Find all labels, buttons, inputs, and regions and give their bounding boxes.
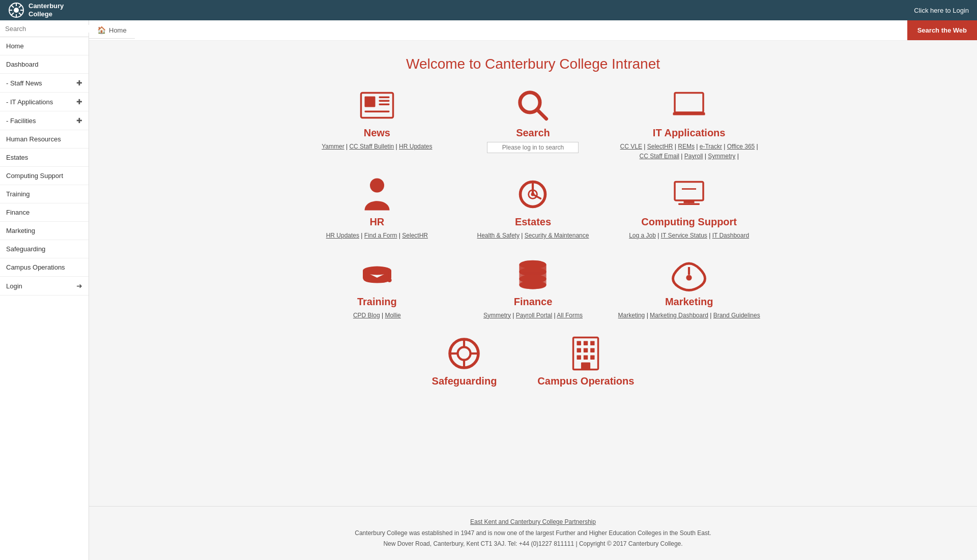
hr-link-find-form[interactable]: Find a Form — [364, 232, 397, 239]
plus-icon: ✚ — [76, 79, 82, 87]
sidebar-item-estates[interactable]: Estates — [0, 149, 89, 167]
plus-icon: ✚ — [76, 116, 82, 125]
plus-icon: ✚ — [76, 98, 82, 106]
news-link-hr-updates[interactable]: HR Updates — [399, 143, 432, 150]
finance-icon — [515, 256, 551, 292]
search-title: Search — [516, 127, 550, 139]
finance-link-forms[interactable]: All Forms — [557, 312, 583, 319]
sidebar-item-safeguarding[interactable]: Safeguarding — [0, 240, 89, 258]
news-link-yammer[interactable]: Yammer — [322, 143, 344, 150]
finance-link-payroll[interactable]: Payroll Portal — [516, 312, 552, 319]
sidebar-item-it-applications[interactable]: - IT Applications✚ — [0, 93, 89, 111]
search-web-button[interactable]: Search the Web — [907, 20, 977, 40]
cs-link-dashboard[interactable]: IT Dashboard — [712, 232, 750, 239]
sidebar-item-finance[interactable]: Finance — [0, 203, 89, 222]
svg-line-9 — [11, 13, 14, 15]
it-link-payroll[interactable]: Payroll — [684, 153, 703, 160]
marketing-icon — [671, 256, 707, 292]
marketing-link-marketing[interactable]: Marketing — [618, 312, 645, 319]
svg-rect-14 — [379, 104, 389, 106]
hr-title: HR — [369, 216, 384, 228]
sidebar-item-login[interactable]: Login➜ — [0, 277, 89, 296]
hr-link-updates[interactable]: HR Updates — [326, 232, 359, 239]
sidebar-item-marketing[interactable]: Marketing — [0, 222, 89, 240]
footer-partnership-link[interactable]: East Kent and Canterbury College Partner… — [470, 518, 596, 525]
hr-link-selecthr[interactable]: SelectHR — [402, 232, 428, 239]
news-icon — [359, 87, 395, 123]
logo-icon — [8, 2, 24, 18]
safeguarding-title: Safeguarding — [432, 375, 497, 387]
svg-rect-52 — [590, 348, 594, 352]
news-links: Yammer | CC Staff Bulletin | HR Updates — [322, 142, 432, 152]
sidebar-item-human-resources[interactable]: Human Resources — [0, 130, 89, 149]
home-icon: 🏠 — [97, 26, 106, 34]
college-name: Canterbury College — [28, 2, 64, 18]
footer-address: New Dover Road, Canterbury, Kent CT1 3AJ… — [99, 539, 967, 550]
svg-point-37 — [520, 280, 547, 289]
svg-rect-28 — [678, 203, 700, 205]
svg-rect-55 — [590, 355, 594, 359]
it-link-symmetry[interactable]: Symmetry — [708, 153, 735, 160]
marketing-links: Marketing | Marketing Dashboard | Brand … — [618, 311, 760, 320]
marketing-link-brand[interactable]: Brand Guidelines — [713, 312, 760, 319]
icon-grid: News Yammer | CC Staff Bulletin | HR Upd… — [304, 87, 762, 390]
sidebar-item-dashboard[interactable]: Dashboard — [0, 55, 89, 74]
estates-link-security[interactable]: Security & Maintenance — [525, 232, 589, 239]
estates-link-health-safety[interactable]: Health & Safety — [477, 232, 520, 239]
svg-rect-56 — [581, 362, 590, 369]
training-link-cpd[interactable]: CPD Blog — [353, 312, 380, 319]
marketing-link-dashboard[interactable]: Marketing Dashboard — [650, 312, 708, 319]
sidebar-item-campus-operations[interactable]: Campus Operations — [0, 258, 89, 277]
sidebar-item-label-campus-operations: Campus Operations — [6, 263, 65, 271]
finance-link-symmetry[interactable]: Symmetry — [483, 312, 511, 319]
sidebar-item-label-home: Home — [6, 42, 24, 50]
sidebar-item-staff-news[interactable]: - Staff News✚ — [0, 74, 89, 93]
it-link-etrackr[interactable]: e-Trackr — [700, 143, 722, 150]
news-link-bulletin[interactable]: CC Staff Bulletin — [349, 143, 394, 150]
training-link-mollie[interactable]: Mollie — [385, 312, 400, 319]
news-title: News — [364, 127, 390, 139]
breadcrumb-text: Home — [109, 26, 127, 34]
svg-line-6 — [11, 5, 14, 8]
content-area: Welcome to Canterbury College Intranet N… — [89, 41, 977, 506]
top-login-link[interactable]: Click here to Login — [914, 7, 969, 14]
sidebar-items: HomeDashboard- Staff News✚- IT Applicati… — [0, 37, 89, 296]
svg-point-22 — [370, 179, 384, 193]
sidebar-item-label-finance: Finance — [6, 209, 30, 216]
it-link-selecthr[interactable]: SelectHR — [647, 143, 673, 150]
top-bar: Canterbury College Click here to Login — [0, 0, 977, 20]
estates-links: Health & Safety | Security & Maintenance — [477, 231, 589, 241]
it-link-rems[interactable]: REMs — [678, 143, 695, 150]
sidebar-item-home[interactable]: Home — [0, 37, 89, 55]
svg-line-8 — [19, 5, 21, 8]
cs-link-log-job[interactable]: Log a Job — [629, 232, 656, 239]
svg-rect-18 — [675, 93, 703, 113]
main-search-input[interactable] — [487, 142, 579, 153]
computing-support-links: Log a Job | IT Service Status | IT Dashb… — [629, 231, 749, 241]
sidebar-item-label-facilities: - Facilities — [6, 117, 36, 125]
it-link-ccvle[interactable]: CC VLE — [620, 143, 642, 150]
finance-title: Finance — [514, 296, 553, 308]
svg-line-7 — [19, 13, 21, 15]
sidebar-item-computing-support[interactable]: Computing Support — [0, 167, 89, 185]
sidebar-item-facilities[interactable]: - Facilities✚ — [0, 111, 89, 130]
it-link-office365[interactable]: Office 365 — [727, 143, 755, 150]
training-title: Training — [357, 296, 397, 308]
logo: Canterbury College — [8, 2, 64, 18]
computing-support-title: Computing Support — [641, 216, 737, 228]
search-input[interactable] — [5, 25, 91, 33]
sidebar-item-label-computing-support: Computing Support — [6, 172, 63, 180]
svg-rect-13 — [379, 100, 389, 102]
layout: 🔍 HomeDashboard- Staff News✚- IT Applica… — [0, 20, 977, 560]
svg-rect-12 — [379, 97, 389, 99]
grid-cell-it-applications: IT Applications CC VLE | SelectHR | REMs… — [616, 87, 762, 161]
sidebar-item-label-marketing: Marketing — [6, 227, 35, 234]
it-link-ccstaffemail[interactable]: CC Staff Email — [640, 153, 679, 160]
sidebar-item-training[interactable]: Training — [0, 185, 89, 203]
svg-rect-53 — [577, 355, 581, 359]
sidebar-item-label-safeguarding: Safeguarding — [6, 245, 45, 253]
hr-links: HR Updates | Find a Form | SelectHR — [326, 231, 428, 241]
search-box: 🔍 — [0, 20, 89, 37]
cs-link-service-status[interactable]: IT Service Status — [661, 232, 707, 239]
login-arrow-icon: ➜ — [76, 282, 82, 290]
